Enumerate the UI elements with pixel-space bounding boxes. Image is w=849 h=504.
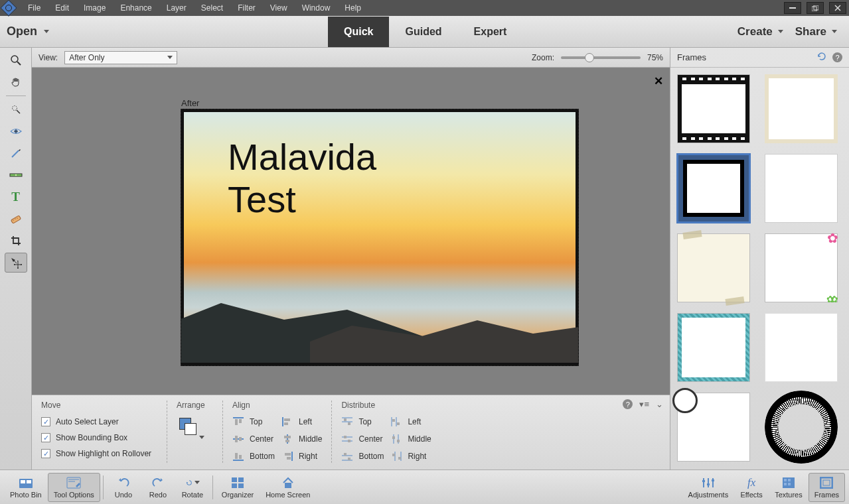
frame-magnify[interactable]: [677, 393, 750, 462]
view-label: View:: [39, 53, 58, 62]
mode-tabs: Quick Guided Expert: [328, 17, 522, 47]
menu-filter[interactable]: Filter: [231, 2, 262, 14]
tab-expert[interactable]: Expert: [458, 17, 523, 47]
svg-rect-55: [397, 422, 400, 425]
svg-point-16: [13, 220, 13, 220]
toolbar: T: [0, 48, 32, 470]
text-tool[interactable]: T: [5, 187, 27, 207]
tab-guided[interactable]: Guided: [389, 17, 457, 47]
align-left-button[interactable]: Left: [281, 415, 322, 428]
collapse-icon[interactable]: ⌄: [656, 399, 663, 409]
svg-rect-23: [235, 419, 238, 425]
menu-layer[interactable]: Layer: [160, 2, 193, 14]
tab-quick[interactable]: Quick: [328, 17, 389, 47]
frame-teal[interactable]: [677, 313, 750, 382]
svg-rect-63: [398, 457, 401, 460]
help-icon[interactable]: ?: [623, 399, 633, 409]
canvas-text[interactable]: Malavida Test: [228, 136, 376, 221]
photo-bin-button[interactable]: Photo Bin: [4, 473, 48, 502]
menu-file[interactable]: File: [21, 2, 47, 14]
align-middle-button[interactable]: Middle: [281, 432, 322, 446]
svg-rect-29: [235, 453, 238, 459]
close-document-button[interactable]: ✕: [654, 74, 663, 88]
align-center-button[interactable]: Center: [232, 432, 275, 446]
reset-icon[interactable]: [816, 52, 827, 63]
svg-rect-73: [238, 483, 244, 488]
svg-rect-36: [285, 440, 289, 442]
svg-rect-43: [348, 422, 350, 425]
distribute-middle-button[interactable]: Middle: [390, 432, 431, 446]
menu-select[interactable]: Select: [194, 2, 230, 14]
zoom-slider[interactable]: [561, 56, 641, 59]
view-select[interactable]: After Only: [64, 51, 177, 64]
organizer-button[interactable]: Organizer: [216, 473, 260, 502]
adjustments-button[interactable]: Adjustments: [682, 473, 735, 502]
show-highlight-check[interactable]: ✓Show Highlight on Rollover: [41, 447, 157, 460]
svg-point-14: [15, 174, 16, 176]
menu-icon[interactable]: ▾≡: [639, 399, 649, 409]
undo-button[interactable]: Undo: [106, 473, 141, 502]
menu-help[interactable]: Help: [338, 2, 368, 14]
menu-view[interactable]: View: [264, 2, 294, 14]
frame-tape[interactable]: [677, 233, 750, 302]
show-bounding-box-check[interactable]: ✓Show Bounding Box: [41, 431, 157, 444]
distribute-left-button[interactable]: Left: [390, 415, 431, 428]
help-icon[interactable]: ?: [832, 52, 842, 62]
svg-rect-72: [232, 483, 237, 488]
section-title: Distribute: [341, 401, 431, 410]
redo-button[interactable]: Redo: [141, 473, 175, 502]
auto-select-layer-check[interactable]: ✓Auto Select Layer: [41, 415, 157, 428]
minimize-button[interactable]: [784, 2, 801, 14]
distribute-top-button[interactable]: Top: [341, 415, 384, 428]
align-right-button[interactable]: Right: [281, 450, 322, 463]
whiten-tool[interactable]: [5, 143, 27, 163]
zoom-tool[interactable]: [5, 50, 27, 70]
frame-flowers[interactable]: [765, 233, 838, 302]
frame-stamp[interactable]: [765, 313, 838, 382]
close-button[interactable]: [829, 2, 846, 14]
slider-thumb[interactable]: [585, 53, 594, 62]
svg-line-6: [17, 62, 21, 65]
effects-button[interactable]: fxEffects: [734, 473, 769, 502]
quick-select-tool[interactable]: [5, 99, 27, 119]
menu-enhance[interactable]: Enhance: [114, 2, 158, 14]
distribute-right-button[interactable]: Right: [390, 450, 431, 463]
hand-tool[interactable]: [5, 72, 27, 92]
redeye-tool[interactable]: [5, 121, 27, 141]
svg-rect-32: [284, 418, 290, 421]
separator: [6, 95, 26, 96]
canvas[interactable]: Malavida Test: [181, 109, 579, 366]
menu-window[interactable]: Window: [295, 2, 337, 14]
frame-filmstrip[interactable]: [677, 74, 750, 143]
tool-options-button[interactable]: Tool Options: [48, 473, 100, 502]
distribute-center-button[interactable]: Center: [341, 432, 384, 446]
straighten-tool[interactable]: [5, 165, 27, 185]
frame-ring[interactable]: [765, 393, 838, 462]
rotate-button[interactable]: Rotate: [175, 473, 210, 502]
crop-tool[interactable]: [5, 231, 27, 251]
frame-vintage[interactable]: [765, 74, 838, 143]
menu-edit[interactable]: Edit: [48, 2, 76, 14]
align-bottom-button[interactable]: Bottom: [232, 450, 275, 463]
canvas-area: ✕ After Malavida Test: [32, 68, 670, 395]
separator: [212, 475, 213, 499]
arrange-button[interactable]: [177, 415, 200, 439]
create-button[interactable]: Create: [737, 25, 783, 38]
viewbar: View: After Only Zoom: 75%: [32, 48, 670, 68]
frames-button[interactable]: Frames: [809, 473, 845, 502]
align-top-button[interactable]: Top: [232, 415, 275, 428]
healing-tool[interactable]: [5, 209, 27, 229]
svg-rect-24: [239, 419, 242, 423]
move-tool[interactable]: [5, 253, 27, 273]
svg-rect-47: [348, 440, 350, 442]
frame-thin[interactable]: [765, 154, 838, 223]
maximize-button[interactable]: [807, 2, 824, 14]
open-button[interactable]: Open: [7, 25, 49, 38]
home-screen-button[interactable]: Home Screen: [260, 473, 316, 502]
share-button[interactable]: Share: [795, 25, 837, 38]
textures-button[interactable]: Textures: [769, 473, 809, 502]
center-column: View: After Only Zoom: 75% ✕ After Malav…: [32, 48, 670, 470]
menu-image[interactable]: Image: [77, 2, 112, 14]
distribute-bottom-button[interactable]: Bottom: [341, 450, 384, 463]
frame-black[interactable]: [677, 154, 750, 223]
